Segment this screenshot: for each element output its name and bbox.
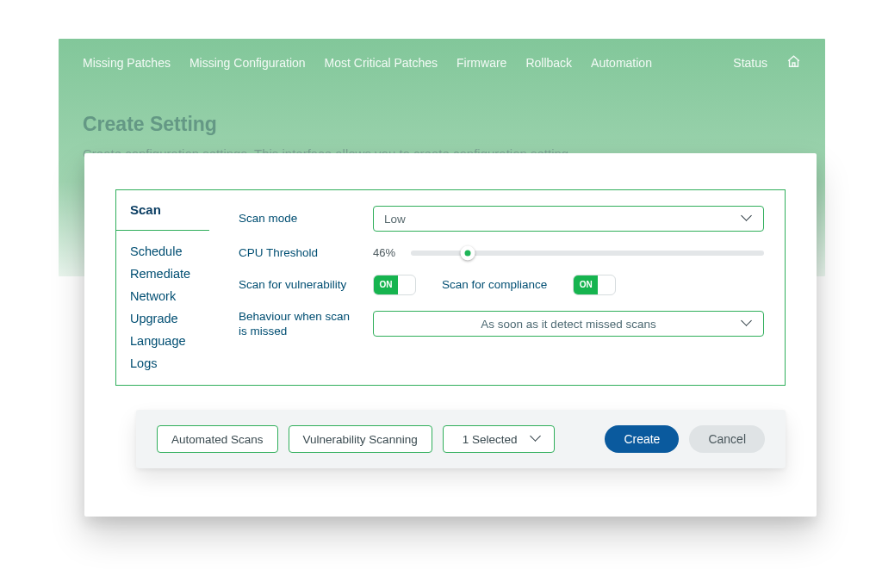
chevron-down-icon [531,434,542,444]
home-icon[interactable] [786,54,801,71]
tab-language[interactable]: Language [116,330,211,352]
scan-mode-select[interactable]: Low [373,206,764,232]
scan-panel: Scan mode Low CPU Threshold 46% Scan for… [211,190,785,385]
tab-schedule[interactable]: Schedule [116,240,211,263]
tab-upgrade[interactable]: Upgrade [116,307,211,330]
chip-automated-scans[interactable]: Automated Scans [157,425,278,453]
chevron-down-icon [742,214,753,224]
scan-comp-label: Scan for compliance [442,278,547,291]
chip-selected-count[interactable]: 1 Selected [443,425,555,453]
tab-scan-label: Scan [116,190,209,217]
tab-network[interactable]: Network [116,285,211,307]
chevron-down-icon [742,319,753,329]
nav-automation[interactable]: Automation [591,56,652,70]
create-setting-modal: Scan Schedule Remediate Network Upgrade … [84,153,817,517]
scan-comp-toggle[interactable]: ON [573,275,616,295]
cpu-threshold-slider[interactable] [411,251,764,256]
cancel-button[interactable]: Cancel [689,425,765,453]
chip-vulnerability-scanning[interactable]: Vulnerability Scanning [289,425,432,453]
tab-scan[interactable]: Scan [115,189,209,231]
cpu-threshold-label: CPU Threshold [239,245,359,261]
cpu-threshold-value: 46% [373,246,402,259]
nav-most-critical-patches[interactable]: Most Critical Patches [325,56,438,70]
behaviour-label: Behaviour when scan is missed [239,309,359,339]
behaviour-select[interactable]: As soon as it detect missed scans [373,311,764,337]
selected-count-label: 1 Selected [463,433,518,446]
tab-logs[interactable]: Logs [116,352,211,374]
scan-vuln-label: Scan for vulnerability [239,277,359,293]
tab-remediate[interactable]: Remediate [116,263,211,285]
scan-mode-value: Low [384,213,406,226]
action-bar: Automated Scans Vulnerability Scanning 1… [136,410,786,468]
nav-rollback[interactable]: Rollback [525,56,572,70]
nav-status[interactable]: Status [733,56,767,70]
nav-missing-configuration[interactable]: Missing Configuration [189,56,306,70]
page-title: Create Setting [83,113,801,136]
create-button[interactable]: Create [605,425,679,453]
settings-box: Scan Schedule Remediate Network Upgrade … [115,189,786,386]
top-nav: Missing Patches Missing Configuration Mo… [83,54,801,71]
nav-missing-patches[interactable]: Missing Patches [83,56,171,70]
behaviour-value: As soon as it detect missed scans [481,318,655,331]
scan-vuln-toggle[interactable]: ON [373,275,416,295]
nav-firmware[interactable]: Firmware [457,56,506,70]
toggle-on-label: ON [374,275,398,294]
slider-thumb[interactable] [460,245,475,260]
scan-mode-label: Scan mode [239,211,359,226]
toggle-on-label: ON [574,275,598,294]
